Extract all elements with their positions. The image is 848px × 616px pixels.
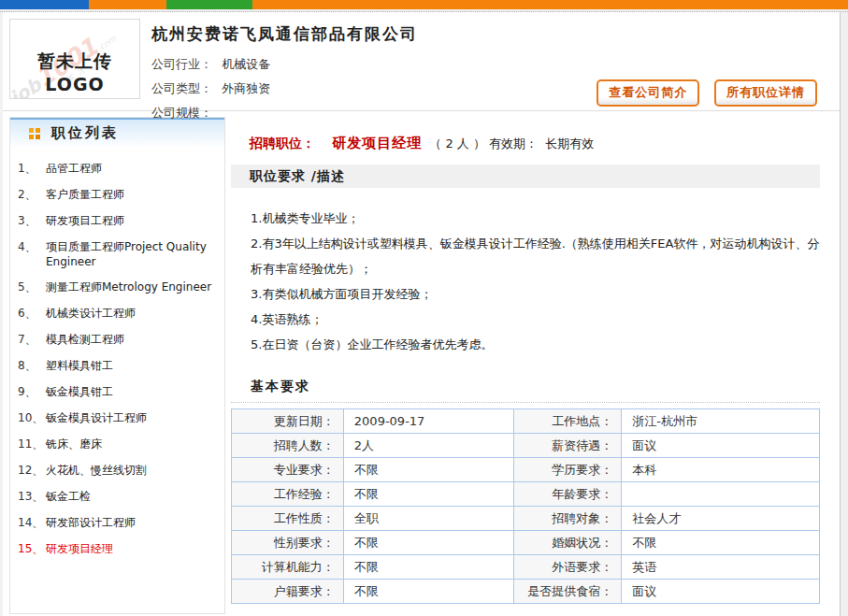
topbar-orange-segment-2 (252, 0, 848, 9)
view-company-profile-button[interactable]: 查看公司简介 (596, 79, 699, 107)
job-requirements: 1.机械类专业毕业； 2.有3年以上结构设计或塑料模具、钣金模具设计工作经验.（… (231, 188, 820, 357)
sidebar-item-11[interactable]: 11、 铣床、磨床 (18, 432, 219, 458)
company-industry-value: 机械设备 (222, 57, 270, 71)
table-row: 工作性质： 全职 招聘对象： 社会人才 (232, 507, 820, 531)
target-candidates-value: 社会人才 (622, 507, 820, 531)
company-logo-placeholder: job1001.com 一览英才 暂未上传LOGO (9, 19, 140, 99)
company-name: 杭州安费诺飞凤通信部品有限公司 (151, 20, 840, 45)
salary-value: 面议 (622, 434, 820, 458)
job-title: 研发项目经理 (332, 135, 422, 151)
requirement-line: 2.有3年以上结构设计或塑料模具、钣金模具设计工作经验.（熟练使用相关FEA软件… (251, 231, 820, 281)
sidebar-item-3[interactable]: 3、 研发项目工程师 (18, 208, 219, 235)
validity-value: 长期有效 (545, 136, 594, 150)
topbar-blue-segment (0, 0, 89, 9)
top-color-bar (0, 0, 848, 9)
experience-requirement-value: 不限 (343, 482, 513, 507)
job-type-value: 全职 (343, 507, 513, 531)
sidebar-item-2[interactable]: 2、 客户质量工程师 (18, 182, 219, 208)
sidebar-item-12[interactable]: 12、 火花机、慢丝线切割 (18, 458, 219, 484)
requirement-line: 3.有类似机械方面项目开发经验； (251, 281, 820, 307)
sidebar-item-4[interactable]: 4、 项目质量工程师Project Quality Engineer (18, 235, 219, 275)
company-type-value: 外商独资 (222, 81, 270, 95)
all-jobs-detail-button[interactable]: 所有职位详情 (714, 79, 817, 107)
room-board-value: 面议 (622, 580, 820, 604)
content-sheet: job1001.com 一览英才 暂未上传LOGO 杭州安费诺飞凤通信部品有限公… (0, 12, 841, 616)
gender-requirement-value: 不限 (343, 531, 513, 555)
residency-requirement-value: 不限 (343, 580, 513, 604)
basic-requirements-table: 更新日期： 2009-09-17 工作地点： 浙江-杭州市 招聘人数： 2人 薪… (231, 408, 820, 604)
job-title-label: 招聘职位： (250, 136, 315, 150)
topbar-green-segment (166, 0, 252, 9)
sidebar-item-9[interactable]: 9、 钣金模具钳工 (18, 380, 219, 406)
page: job1001.com 一览英才 暂未上传LOGO 杭州安费诺飞凤通信部品有限公… (0, 0, 848, 616)
logo-placeholder-text: 暂未上传LOGO (10, 50, 139, 94)
requirement-line: 5.在日资（台资）企业工作经验者优先考虑。 (251, 332, 820, 357)
company-industry-label: 公司行业： (151, 57, 212, 71)
table-row: 招聘人数： 2人 薪资待遇： 面议 (232, 434, 820, 458)
sidebar-item-6[interactable]: 6、 机械类设计工程师 (18, 301, 219, 327)
company-size-label: 公司规模： (151, 106, 212, 120)
company-type-label: 公司类型： (151, 81, 212, 95)
table-row: 计算机能力： 不限 外语要求： 英语 (232, 555, 820, 580)
company-header: job1001.com 一览英才 暂未上传LOGO 杭州安费诺飞凤通信部品有限公… (3, 12, 840, 111)
company-industry-row: 公司行业： 机械设备 (151, 52, 840, 77)
sidebar-item-1[interactable]: 1、 品管工程师 (18, 156, 219, 182)
job-detail-main: 招聘职位： 研发项目经理 （ 2 人 ） 有效期： 长期有效 职位要求 /描述 … (225, 117, 840, 614)
topbar-orange-segment (89, 0, 166, 9)
update-date-value: 2009-09-17 (343, 409, 513, 434)
job-list-sidebar: 职位列表 1、 品管工程师 2、 客户质量工程师 3、 研发项目工程师 (9, 117, 225, 614)
headcount-value: 2人 (343, 434, 513, 458)
basic-requirements-section-header: 基本要求 (231, 379, 820, 403)
sidebar-list: 1、 品管工程师 2、 客户质量工程师 3、 研发项目工程师 4、 项目质量工程… (10, 147, 224, 563)
header-buttons: 查看公司简介 所有职位详情 (585, 79, 817, 107)
sidebar-item-14[interactable]: 14、 研发部设计工程师 (18, 510, 219, 537)
foreign-language-value: 英语 (622, 555, 820, 580)
sidebar-item-7[interactable]: 7、 模具检测工程师 (18, 327, 219, 353)
table-row: 户籍要求： 不限 是否提供食宿： 面议 (232, 580, 820, 604)
table-row: 性别要求： 不限 婚姻状况： 不限 (232, 531, 820, 555)
requirement-line: 1.机械类专业毕业； (251, 206, 820, 231)
table-row: 专业要求： 不限 学历要求： 本科 (232, 458, 820, 482)
requirement-line: 4.英语熟练； (251, 307, 820, 332)
sidebar-item-8[interactable]: 8、 塑料模具钳工 (18, 353, 219, 380)
grid-squares-icon (29, 128, 40, 139)
table-row: 更新日期： 2009-09-17 工作地点： 浙江-杭州市 (232, 409, 820, 434)
table-row: 工作经验： 不限 年龄要求： (232, 482, 820, 507)
body: 职位列表 1、 品管工程师 2、 客户质量工程师 3、 研发项目工程师 (3, 111, 840, 614)
sidebar-title: 职位列表 (51, 124, 119, 142)
job-headcount: （ 2 人 ） (429, 136, 485, 150)
computer-skill-value: 不限 (343, 555, 513, 580)
major-requirement-value: 不限 (343, 458, 513, 482)
sidebar-item-10[interactable]: 10、 钣金模具设计工程师 (18, 406, 219, 432)
education-requirement-value: 本科 (622, 458, 820, 482)
marital-status-value: 不限 (622, 531, 820, 555)
work-location-value: 浙江-杭州市 (622, 409, 820, 434)
sidebar-item-15-active[interactable]: 15、 研发项目经理 (18, 537, 219, 563)
job-description-section-header: 职位要求 /描述 (231, 165, 820, 188)
validity-label: 有效期： (489, 136, 538, 150)
age-requirement-value (622, 482, 820, 507)
sidebar-item-13[interactable]: 13、 钣金工检 (18, 484, 219, 510)
sidebar-item-5[interactable]: 5、 测量工程师Metrology Engineer (18, 275, 219, 301)
